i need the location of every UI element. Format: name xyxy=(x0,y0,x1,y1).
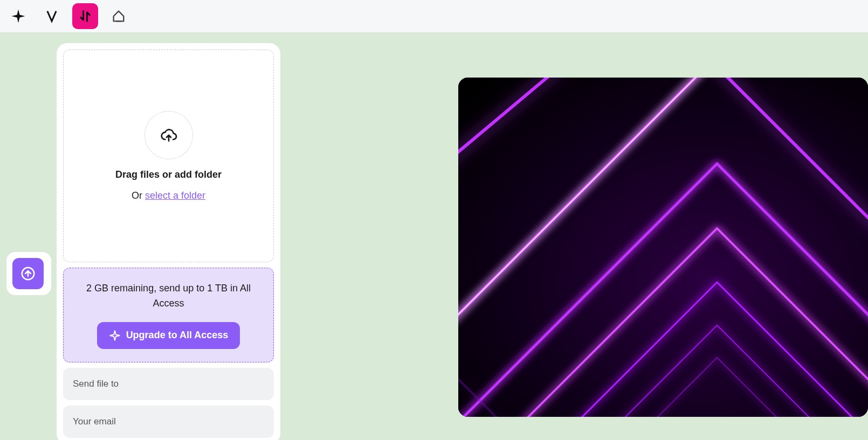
upload-circle-icon xyxy=(20,266,36,282)
preview-image xyxy=(458,78,868,417)
neon-graphic xyxy=(458,78,868,417)
main-area: Drag files or add folder Or select a fol… xyxy=(0,32,868,440)
send-to-input[interactable] xyxy=(63,368,274,400)
svg-rect-1 xyxy=(458,78,868,417)
topbar xyxy=(0,0,868,32)
topbar-transfer-icon[interactable] xyxy=(72,3,98,29)
transfer-icon xyxy=(78,9,93,24)
side-tab-upload-button[interactable] xyxy=(12,258,44,289)
dropzone-or-text: Or xyxy=(132,190,145,201)
dropzone-icon-circle xyxy=(144,111,193,159)
dropzone[interactable]: Drag files or add folder Or select a fol… xyxy=(63,50,274,262)
upgrade-box: 2 GB remaining, send up to 1 TB in All A… xyxy=(63,268,274,362)
v-icon xyxy=(44,9,59,24)
dropzone-title: Drag files or add folder xyxy=(115,169,222,180)
home-icon xyxy=(111,9,126,24)
upload-panel: Drag files or add folder Or select a fol… xyxy=(57,43,280,440)
upload-panel-wrapper: Drag files or add folder Or select a fol… xyxy=(57,43,280,440)
topbar-v-icon[interactable] xyxy=(39,3,65,29)
sparkle-icon xyxy=(10,8,26,24)
dropzone-subtitle: Or select a folder xyxy=(132,190,205,201)
upgrade-button-label: Upgrade to All Access xyxy=(126,330,229,341)
topbar-sparkle-icon[interactable] xyxy=(5,3,31,29)
sparkle-outline-icon xyxy=(109,330,121,341)
cloud-upload-icon xyxy=(160,127,177,144)
select-folder-link[interactable]: select a folder xyxy=(145,190,205,201)
topbar-home-icon[interactable] xyxy=(106,3,132,29)
upgrade-button[interactable]: Upgrade to All Access xyxy=(97,322,240,349)
upgrade-text: 2 GB remaining, send up to 1 TB in All A… xyxy=(74,281,263,311)
your-email-input[interactable] xyxy=(63,406,274,438)
side-tab xyxy=(6,252,51,295)
